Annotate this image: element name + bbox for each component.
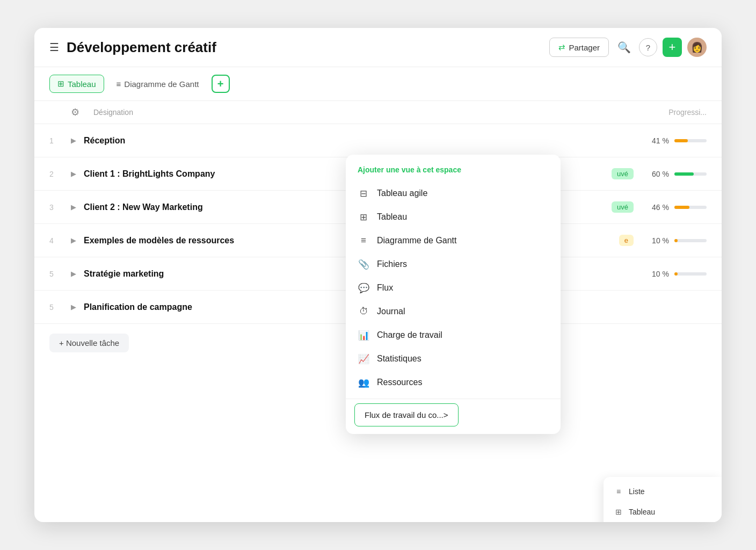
help-icon: ? — [646, 43, 650, 52]
gantt-tab-icon: ≡ — [117, 79, 121, 89]
tableau-agile-icon: ⊟ — [358, 187, 369, 199]
charge-icon: 📊 — [358, 329, 369, 341]
dropdown-item-tableau-agile[interactable]: ⊟ Tableau agile — [346, 182, 561, 205]
col-settings-icon[interactable]: ⚙ — [71, 106, 90, 118]
mini-menu-label: Liste — [629, 487, 645, 496]
progress-bar-wrap — [674, 239, 707, 242]
avatar[interactable]: 👩 — [687, 38, 707, 57]
help-button[interactable]: ? — [639, 38, 657, 56]
row-chevron[interactable]: ▶ — [71, 136, 82, 144]
row-progress-text: 10 % — [642, 236, 669, 245]
avatar-image: 👩 — [691, 41, 703, 53]
header-left: ☰ Développement créatif — [49, 39, 216, 56]
main-content: ⚙ Désignation Progressi... 1 ▶ Réception… — [34, 101, 722, 362]
row-progress-text: 10 % — [642, 270, 669, 278]
new-task-button[interactable]: + Nouvelle tâche — [49, 334, 129, 352]
search-icon: 🔍 — [617, 41, 631, 54]
fichiers-icon: 📎 — [358, 258, 369, 270]
row-chevron[interactable]: ▶ — [71, 236, 82, 244]
journal-icon: ⏱ — [358, 306, 369, 317]
right-mini-menu: ≡ Liste ⊞ Tableau ⊟ Tableau agile ≡ Diag… — [604, 477, 722, 522]
dropdown-item-label: Ressources — [377, 378, 422, 387]
search-button[interactable]: 🔍 — [614, 38, 634, 57]
row-label: Réception — [84, 136, 363, 146]
row-number: 5 — [49, 303, 71, 312]
row-label: Client 1 : BrightLights Company — [84, 169, 348, 179]
col-designation-header: Désignation — [90, 108, 621, 117]
row-number: 1 — [49, 136, 71, 145]
dropdown-item-label: Tableau agile — [377, 189, 427, 198]
dropdown-item-label: Journal — [377, 307, 405, 316]
row-badge: uvé — [612, 201, 634, 213]
add-tab-button[interactable]: + — [212, 75, 230, 93]
dropdown-item-ressources[interactable]: 👥 Ressources — [346, 371, 561, 394]
progress-bar-wrap — [674, 172, 707, 176]
dropdown-item-gantt[interactable]: ≡ Diagramme de Gantt — [346, 229, 561, 252]
row-chevron[interactable]: ▶ — [71, 170, 82, 178]
row-progress-text: 41 % — [642, 136, 669, 145]
table-row: 1 ▶ Réception 41 % — [34, 124, 722, 157]
progress-bar-wrap — [674, 272, 707, 276]
dropdown-item-charge[interactable]: 📊 Charge de travail — [346, 323, 561, 347]
gantt-tab-label: Diagramme de Gantt — [124, 79, 199, 89]
header-right: ⇄ Partager 🔍 ? + 👩 — [549, 38, 707, 57]
dropdown-item-label: Diagramme de Gantt — [377, 236, 457, 245]
progress-bar — [674, 272, 678, 276]
dropdown-item-label: Charge de travail — [377, 330, 442, 340]
dropdown-item-label: Flux — [377, 283, 393, 293]
row-number: 3 — [49, 203, 71, 212]
workflow-button[interactable]: Flux de travail du co... > — [354, 403, 459, 426]
row-badge: e — [619, 235, 634, 246]
header: ☰ Développement créatif ⇄ Partager 🔍 ? +… — [34, 28, 722, 67]
add-tab-icon: + — [217, 78, 224, 90]
share-label: Partager — [569, 43, 600, 52]
menu-icon[interactable]: ☰ — [49, 41, 59, 54]
row-chevron[interactable]: ▶ — [71, 270, 82, 278]
progress-bar — [674, 139, 688, 142]
row-label: Exemples de modèles de ressources — [84, 236, 351, 245]
tabs-row: ⊞ Tableau ≡ Diagramme de Gantt + — [34, 67, 722, 101]
dropdown-item-journal[interactable]: ⏱ Journal — [346, 300, 561, 323]
row-chevron[interactable]: ▶ — [71, 303, 82, 311]
share-button[interactable]: ⇄ Partager — [549, 38, 609, 57]
row-number: 5 — [49, 270, 71, 278]
row-number: 2 — [49, 170, 71, 178]
dropdown-item-tableau[interactable]: ⊞ Tableau — [346, 205, 561, 229]
dropdown-item-fichiers[interactable]: 📎 Fichiers — [346, 252, 561, 276]
dropdown-item-statistiques[interactable]: 📈 Statistiques — [346, 347, 561, 371]
mini-menu-item-tableau[interactable]: ⊞ Tableau — [604, 502, 722, 522]
tab-gantt[interactable]: ≡ Diagramme de Gantt — [108, 75, 207, 93]
tab-tableau[interactable]: ⊞ Tableau — [49, 75, 104, 93]
tableau-icon: ⊞ — [358, 211, 369, 223]
add-button[interactable]: + — [663, 38, 682, 57]
dropdown-item-label: Statistiques — [377, 354, 421, 364]
progress-bar-wrap — [674, 139, 707, 142]
gantt-icon: ≡ — [358, 235, 369, 247]
flux-icon: 💬 — [358, 282, 369, 294]
workflow-label: Flux de travail du co... — [365, 410, 444, 419]
progress-bar — [674, 206, 689, 209]
row-chevron[interactable]: ▶ — [71, 203, 82, 211]
ressources-icon: 👥 — [358, 377, 369, 388]
new-task-label: + Nouvelle tâche — [59, 338, 119, 348]
table-header: ⚙ Désignation Progressi... — [34, 101, 722, 124]
plus-icon: + — [669, 40, 676, 54]
row-label: Client 2 : New Way Marketing — [84, 202, 348, 212]
dropdown-item-label: Fichiers — [377, 259, 407, 269]
progress-bar — [674, 172, 694, 176]
dropdown-item-label: Tableau — [377, 212, 407, 222]
add-view-dropdown: Ajouter une vue à cet espace ⊟ Tableau a… — [346, 155, 561, 434]
dropdown-header: Ajouter une vue à cet espace — [346, 165, 561, 182]
row-number: 4 — [49, 236, 71, 245]
dropdown-item-flux[interactable]: 💬 Flux — [346, 276, 561, 300]
row-badge: uvé — [612, 168, 634, 179]
row-label: Stratégie marketing — [84, 269, 363, 279]
share-icon: ⇄ — [558, 42, 565, 52]
mini-menu-item-liste[interactable]: ≡ Liste — [604, 481, 722, 502]
row-progress-text: 60 % — [642, 170, 669, 178]
tableau-mini-icon: ⊞ — [614, 507, 623, 517]
workflow-arrow: > — [444, 410, 448, 419]
progress-bar — [674, 239, 678, 242]
tableau-tab-icon: ⊞ — [57, 79, 64, 89]
col-progress-header: Progressi... — [621, 108, 707, 117]
